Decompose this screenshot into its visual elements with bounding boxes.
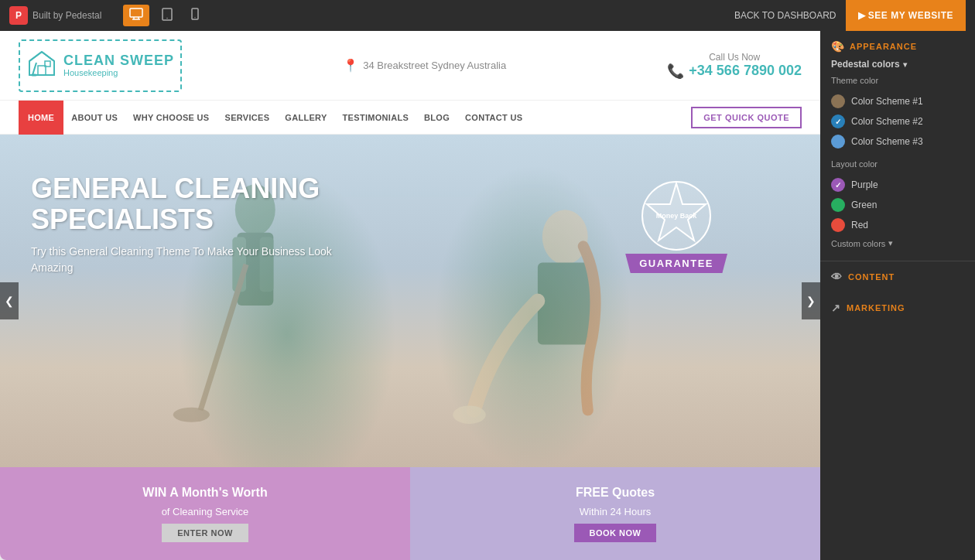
hero-subtitle: Try this General Cleaning Theme To Make … (31, 244, 356, 276)
call-us-label: Call Us Now (667, 52, 802, 63)
svg-point-17 (173, 408, 210, 422)
custom-colors-label: Custom colors (831, 239, 885, 248)
logo-box: CLEAN SWEEP Housekeeping (19, 39, 182, 92)
tablet-device-icon[interactable] (156, 5, 179, 27)
layout-purple-label: Purple (851, 179, 878, 190)
bottom-card-win: WIN A Month's Worth of Cleaning Service … (0, 467, 410, 560)
hero-section: GENERAL CLEANING SPECIALISTS Try this Ge… (0, 135, 820, 467)
layout-color-purple[interactable]: ✓ Purple (831, 175, 964, 195)
pedestal-logo: P Built by Pedestal (9, 6, 101, 25)
color-scheme-2-dot: ✓ (831, 114, 845, 128)
layout-red-label: Red (851, 220, 868, 230)
svg-point-20 (453, 405, 485, 424)
badge-guarantee-ribbon: GUARANTEE (625, 254, 727, 273)
card-win-button[interactable]: ENTER NOW (162, 524, 248, 542)
phone-icon: 📞 (667, 63, 684, 80)
theme-color-scheme-2[interactable]: ✓ Color Scheme #2 (831, 111, 964, 131)
get-quick-quote-button[interactable]: GET QUICK QUOTE (691, 107, 802, 128)
address-text: 34 Breakstreet Sydney Australia (363, 60, 506, 71)
top-bar-left: P Built by Pedestal (9, 5, 205, 27)
layout-purple-dot: ✓ (831, 178, 845, 192)
mobile-device-icon[interactable] (185, 5, 205, 26)
marketing-icon: ↗ (831, 302, 840, 314)
back-to-dashboard-link[interactable]: BACK TO DASHBOARD (734, 10, 836, 21)
nav-item-about[interactable]: ABOUT US (63, 101, 125, 135)
content-section-link[interactable]: 👁 CONTENT (820, 261, 975, 292)
card-win-subtitle: of Cleaning Service (162, 506, 249, 517)
svg-point-7 (195, 17, 196, 18)
logo-area: CLEAN SWEEP Housekeeping (19, 39, 182, 92)
theme-color-scheme-1[interactable]: Color Scheme #1 (831, 91, 964, 111)
marketing-label: MARKETING (847, 303, 905, 312)
custom-colors-toggle[interactable]: Custom colors ▾ (831, 235, 964, 251)
built-by-label: Built by Pedestal (32, 10, 101, 21)
layout-color-label: Layout color (831, 159, 964, 169)
color-scheme-1-label: Color Scheme #1 (851, 96, 923, 107)
color-scheme-2-label: Color Scheme #2 (851, 116, 923, 127)
top-bar: P Built by Pedestal BACK TO DASHBOARD ▶ … (0, 0, 975, 31)
address-area: 📍 34 Breakstreet Sydney Australia (343, 58, 506, 73)
chevron-down-icon: ▾ (903, 60, 907, 69)
hero-title: GENERAL CLEANING SPECIALISTS (31, 173, 356, 234)
svg-line-10 (32, 63, 36, 75)
layout-color-green[interactable]: Green (831, 195, 964, 215)
nav-item-services[interactable]: SERVICES (217, 101, 278, 135)
svg-point-18 (542, 210, 588, 265)
theme-color-scheme-3[interactable]: Color Scheme #3 (831, 131, 964, 152)
money-back-badge: Money Back GUARANTEE (625, 181, 727, 273)
marketing-section-link[interactable]: ↗ MARKETING (820, 292, 975, 323)
card-free-button[interactable]: BOOK NOW (574, 524, 657, 542)
svg-rect-19 (538, 263, 593, 345)
logo-house-icon (26, 47, 57, 84)
theme-color-label: Theme color (831, 76, 964, 85)
slider-prev-arrow[interactable]: ❮ (0, 282, 19, 319)
logo-sub-text: Housekeeping (63, 68, 174, 77)
pedestal-icon: P (9, 6, 28, 25)
layout-color-red[interactable]: Red (831, 215, 964, 235)
card-free-subtitle: Within 24 Hours (580, 506, 651, 517)
hero-title-line1: GENERAL CLEANING (31, 172, 320, 204)
svg-rect-0 (130, 9, 142, 17)
bottom-cards: WIN A Month's Worth of Cleaning Service … (0, 467, 820, 560)
hero-title-line2: SPECIALISTS (31, 203, 214, 235)
card-win-title: WIN A Month's Worth (142, 486, 267, 500)
map-pin-icon: 📍 (343, 58, 358, 73)
nav-item-blog[interactable]: BLOG (416, 101, 457, 135)
nav-item-why-choose[interactable]: WHY CHOOSE US (125, 101, 217, 135)
content-label: CONTENT (848, 272, 895, 282)
badge-money-back-text: Money Back (656, 212, 697, 220)
pedestal-colors-toggle[interactable]: Pedestal colors ▾ (831, 59, 964, 70)
purple-check-icon: ✓ (835, 181, 841, 190)
layout-red-dot (831, 218, 845, 232)
bottom-card-free: FREE Quotes Within 24 Hours BOOK NOW (410, 467, 820, 560)
nav-item-testimonials[interactable]: TESTIMONIALS (335, 101, 417, 135)
see-my-website-button[interactable]: ▶ SEE MY WEBSITE (846, 0, 966, 31)
nav-item-home[interactable]: HOME (19, 101, 63, 135)
phone-text: +34 566 7890 002 (689, 63, 802, 79)
pedestal-colors-label: Pedestal colors (831, 59, 900, 70)
appearance-icon: 🎨 (831, 40, 845, 53)
svg-point-11 (31, 73, 37, 77)
right-panel: 🎨 APPEARANCE Pedestal colors ▾ Theme col… (820, 31, 975, 560)
hero-content: GENERAL CLEANING SPECIALISTS Try this Ge… (31, 173, 356, 276)
appearance-title: 🎨 APPEARANCE (831, 40, 964, 53)
chevron-custom-icon: ▾ (888, 238, 893, 248)
site-navigation: HOME ABOUT US WHY CHOOSE US SERVICES GAL… (0, 101, 820, 135)
card-free-title: FREE Quotes (576, 486, 655, 500)
phone-number: 📞 +34 566 7890 002 (667, 63, 802, 80)
site-header: CLEAN SWEEP Housekeeping 📍 34 Breakstree… (0, 31, 820, 101)
nav-item-contact[interactable]: CONTACT US (457, 101, 530, 135)
nav-item-gallery[interactable]: GALLERY (277, 101, 334, 135)
slider-next-arrow[interactable]: ❯ (802, 282, 820, 319)
main-container: CLEAN SWEEP Housekeeping 📍 34 Breakstree… (0, 31, 975, 560)
device-switcher (123, 5, 205, 27)
check-mark-icon: ✓ (835, 118, 841, 126)
svg-point-5 (167, 17, 168, 18)
appearance-section: 🎨 APPEARANCE Pedestal colors ▾ Theme col… (820, 31, 975, 261)
color-scheme-1-dot (831, 94, 845, 108)
desktop-device-icon[interactable] (123, 5, 149, 26)
badge-circle: Money Back (641, 181, 711, 251)
eye-icon: 👁 (831, 271, 842, 283)
nav-items: HOME ABOUT US WHY CHOOSE US SERVICES GAL… (19, 101, 530, 135)
phone-area: Call Us Now 📞 +34 566 7890 002 (667, 52, 802, 80)
